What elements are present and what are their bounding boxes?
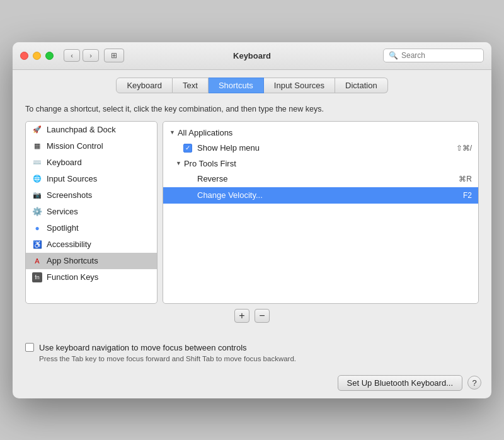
shortcut-name: Reverse (197, 174, 443, 183)
tab-keyboard[interactable]: Keyboard (116, 78, 173, 93)
group-label: All Applications (178, 128, 232, 137)
search-input[interactable] (401, 51, 478, 60)
sidebar-item-label: Function Keys (47, 272, 98, 282)
shortcut-row-show-help-menu[interactable]: ✓ Show Help menu ⇧⌘/ (163, 140, 478, 156)
add-shortcut-button[interactable]: + (234, 309, 249, 323)
sidebar-item-spotlight[interactable]: ● Spotlight (26, 220, 157, 236)
checkmark-icon: ✓ (183, 144, 192, 153)
shortcut-row-reverse[interactable]: Reverse ⌘R (163, 171, 478, 187)
shortcut-panel: ▼ All Applications ✓ Show Help menu ⇧⌘/ … (163, 121, 479, 304)
window-title: Keyboard (233, 51, 271, 61)
sidebar-item-label: Mission Control (47, 141, 103, 151)
keyboard-nav-checkbox-row: Use keyboard navigation to move focus be… (25, 343, 479, 352)
minimize-button[interactable] (33, 52, 41, 60)
checkbox-reverse[interactable] (182, 173, 193, 185)
screenshots-icon: 📷 (32, 190, 42, 200)
remove-shortcut-button[interactable]: − (255, 309, 270, 323)
checkbox-change-velocity[interactable] (182, 190, 193, 201)
setup-bluetooth-button[interactable]: Set Up Bluetooth Keyboard... (338, 375, 462, 391)
app-shortcuts-icon: A (32, 256, 42, 266)
sidebar-item-screenshots[interactable]: 📷 Screenshots (26, 187, 157, 204)
shortcut-key: ⇧⌘/ (447, 144, 472, 153)
sidebar-item-label: App Shortcuts (47, 256, 98, 265)
help-button[interactable]: ? (467, 376, 481, 390)
keyboard-nav-checkbox[interactable] (25, 343, 34, 352)
spotlight-icon: ● (32, 223, 42, 233)
keyboard-icon: ⌨️ (32, 158, 42, 168)
forward-button[interactable]: › (83, 49, 99, 62)
sidebar-item-input-sources[interactable]: 🌐 Input Sources (26, 171, 157, 187)
sidebar-item-app-shortcuts[interactable]: A App Shortcuts (26, 253, 157, 269)
group-header-all-applications[interactable]: ▼ All Applications (163, 125, 478, 140)
sidebar-item-label: Spotlight (47, 223, 79, 233)
keyboard-preferences-window: ‹ › ⊞ Keyboard 🔍 Keyboard Text Shortcuts… (13, 42, 491, 398)
bottom-section: Use keyboard navigation to move focus be… (13, 333, 491, 370)
traffic-lights (20, 52, 54, 60)
tab-shortcuts[interactable]: Shortcuts (209, 78, 264, 93)
keyboard-nav-help-text: Press the Tab key to move focus forward … (39, 355, 479, 362)
shortcut-key: F2 (447, 191, 472, 200)
function-keys-icon: fn (32, 272, 42, 282)
main-area: 🚀 Launchpad & Dock ▦ Mission Control ⌨️ … (25, 121, 479, 304)
footer: Set Up Bluetooth Keyboard... ? (13, 370, 491, 398)
nav-buttons: ‹ › (64, 49, 99, 62)
sidebar-item-accessibility[interactable]: ♿ Accessibility (26, 236, 157, 253)
sidebar-item-function-keys[interactable]: fn Function Keys (26, 269, 157, 286)
shortcut-row-change-velocity[interactable]: Change Velocity... F2 (163, 187, 478, 204)
back-button[interactable]: ‹ (64, 49, 80, 62)
maximize-button[interactable] (45, 52, 54, 60)
search-box[interactable]: 🔍 (383, 49, 484, 62)
group-label: Pro Tools First (184, 159, 236, 168)
shortcut-key: ⌘R (447, 175, 472, 183)
sidebar-item-keyboard[interactable]: ⌨️ Keyboard (26, 154, 157, 171)
sidebar-item-label: Services (47, 207, 78, 216)
keyboard-nav-label: Use keyboard navigation to move focus be… (39, 343, 247, 352)
tabs-bar: Keyboard Text Shortcuts Input Sources Di… (13, 70, 491, 98)
sidebar-item-label: Screenshots (47, 190, 92, 200)
sidebar-item-services[interactable]: ⚙️ Services (26, 204, 157, 220)
group-header-pro-tools-first[interactable]: ▼ Pro Tools First (163, 156, 478, 171)
triangle-icon: ▼ (169, 129, 175, 136)
sidebar-item-label: Input Sources (47, 174, 97, 183)
launchpad-icon: 🚀 (32, 125, 42, 135)
shortcut-name: Show Help menu (197, 143, 443, 153)
sidebar: 🚀 Launchpad & Dock ▦ Mission Control ⌨️ … (25, 121, 158, 304)
tab-input-sources[interactable]: Input Sources (264, 78, 335, 93)
grid-button[interactable]: ⊞ (104, 49, 124, 62)
tab-dictation[interactable]: Dictation (335, 78, 388, 93)
sidebar-item-label: Keyboard (47, 158, 82, 167)
services-icon: ⚙️ (32, 207, 42, 217)
add-remove-buttons: + − (25, 309, 479, 323)
instruction-text: To change a shortcut, select it, click t… (25, 105, 479, 113)
sidebar-item-mission-control[interactable]: ▦ Mission Control (26, 138, 157, 154)
tab-text[interactable]: Text (173, 78, 209, 93)
triangle-icon: ▼ (176, 160, 181, 166)
search-icon: 🔍 (389, 51, 398, 60)
titlebar: ‹ › ⊞ Keyboard 🔍 (13, 42, 491, 70)
shortcut-name: Change Velocity... (197, 190, 443, 200)
content-area: To change a shortcut, select it, click t… (13, 98, 491, 333)
shortcut-list: ▼ All Applications ✓ Show Help menu ⇧⌘/ … (163, 122, 478, 207)
checkbox-show-help-menu[interactable]: ✓ (182, 142, 193, 154)
mission-control-icon: ▦ (32, 141, 42, 151)
sidebar-item-label: Launchpad & Dock (47, 125, 116, 134)
close-button[interactable] (20, 52, 28, 60)
accessibility-icon: ♿ (32, 240, 42, 250)
input-sources-icon: 🌐 (32, 174, 42, 184)
sidebar-item-label: Accessibility (47, 240, 91, 249)
sidebar-item-launchpad[interactable]: 🚀 Launchpad & Dock (26, 122, 157, 138)
